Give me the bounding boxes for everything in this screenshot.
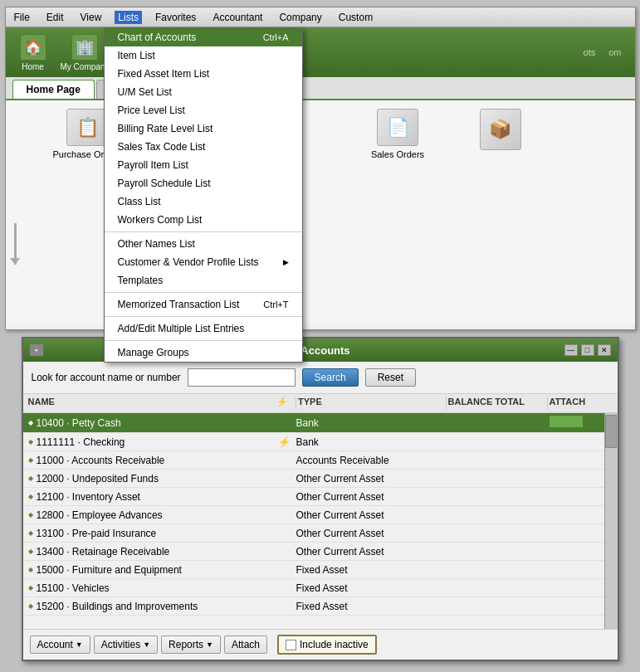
divider-2 xyxy=(105,292,302,293)
diamond-icon: ◆ xyxy=(28,475,33,482)
table-header: NAME ⚡ TYPE BALANCE TOTAL ATTACH xyxy=(23,393,618,413)
diamond-icon: ◆ xyxy=(28,529,33,537)
account-type-cell: Other Current Asset xyxy=(296,473,443,485)
table-row[interactable]: ◆ 15100 · Vehicles Fixed Asset xyxy=(23,579,604,597)
table-container: ◆ 10400 · Petty Cash Bank ◆ 1111111 · Ch… xyxy=(23,413,618,629)
account-type-cell: Other Current Asset xyxy=(296,491,443,503)
menu-edit[interactable]: Edit xyxy=(43,11,67,24)
menu-item-price-level-list[interactable]: Price Level List xyxy=(105,101,302,119)
build-icon: 📦 xyxy=(480,109,521,150)
col-header-lightning: ⚡ xyxy=(271,397,294,410)
diamond-icon: ◆ xyxy=(28,511,33,519)
menu-item-manage-groups[interactable]: Manage Groups xyxy=(105,343,302,362)
account-type-cell: Fixed Asset xyxy=(296,582,443,594)
menu-custom[interactable]: Custom xyxy=(335,11,376,24)
sales-orders-btn[interactable]: 📄 Sales Orders xyxy=(325,109,471,159)
arrow-right xyxy=(14,223,17,265)
diamond-icon: ◆ xyxy=(28,493,33,500)
menu-item-payroll-schedule-list[interactable]: Payroll Schedule List xyxy=(105,174,302,192)
include-inactive-checkbox[interactable] xyxy=(286,640,296,650)
menu-item-workers-comp-list[interactable]: Workers Comp List xyxy=(105,211,302,229)
col-header-name: NAME xyxy=(28,397,271,410)
table-rows: ◆ 10400 · Petty Cash Bank ◆ 1111111 · Ch… xyxy=(23,413,604,629)
maximize-button[interactable]: □ xyxy=(581,344,594,356)
menu-item-chart-of-accounts[interactable]: Chart of Accounts Ctrl+A xyxy=(105,28,302,46)
menu-file[interactable]: File xyxy=(11,11,33,24)
menu-company[interactable]: Company xyxy=(276,11,325,24)
menu-item-um-set-list[interactable]: U/M Set List xyxy=(105,83,302,101)
account-type-cell: Other Current Asset xyxy=(296,509,443,521)
quickbooks-window: File Edit View Lists Favorites Accountan… xyxy=(5,7,636,330)
activities-dropdown-arrow: ▼ xyxy=(143,640,150,649)
table-row[interactable]: ◆ 1111111 · Checking ⚡ Bank xyxy=(23,433,604,451)
account-type-cell: Bank xyxy=(296,436,443,448)
toolbar-home-button[interactable]: 🏠 Home xyxy=(12,34,54,71)
divider-4 xyxy=(105,340,302,341)
home-content: 📋 Purchase Orders 📄 Sales Orders 📦 xyxy=(6,100,635,324)
menu-item-billing-rate-level-list[interactable]: Billing Rate Level List xyxy=(105,119,302,138)
menu-lists[interactable]: Lists xyxy=(115,11,142,24)
table-row[interactable]: ◆ 15200 · Buildings and Improvements Fix… xyxy=(23,597,604,616)
account-dropdown-arrow: ▼ xyxy=(76,640,83,649)
reset-button[interactable]: Reset xyxy=(365,368,416,387)
col-separator-2 xyxy=(446,397,447,410)
diamond-icon: ◆ xyxy=(28,456,33,464)
attach-button[interactable]: Attach xyxy=(224,635,267,654)
col-header-type: TYPE xyxy=(298,397,444,410)
account-name-cell: ◆ 15200 · Buildings and Improvements xyxy=(28,601,273,612)
scrollbar-thumb[interactable] xyxy=(605,415,617,448)
col-scrollbar-space xyxy=(599,397,613,410)
col-header-balance: BALANCE TOTAL xyxy=(448,397,545,410)
menu-item-fixed-asset-item-list[interactable]: Fixed Asset Item List xyxy=(105,65,302,83)
account-type-cell: Fixed Asset xyxy=(296,564,443,576)
menu-item-templates[interactable]: Templates xyxy=(105,271,302,290)
tab-home-page[interactable]: Home Page xyxy=(12,80,95,99)
diamond-icon: ◆ xyxy=(28,548,33,555)
col-header-attach: ATTACH xyxy=(550,397,599,410)
chart-of-accounts-window: ▪ Chart of Accounts — □ ✕ Look for accou… xyxy=(22,337,619,661)
diamond-icon: ◆ xyxy=(28,566,33,573)
account-name-cell: ◆ 13100 · Pre-paid Insurance xyxy=(28,528,273,539)
table-row[interactable]: ◆ 12000 · Undeposited Funds Other Curren… xyxy=(23,470,604,488)
menu-item-other-names-list[interactable]: Other Names List xyxy=(105,235,302,253)
menu-item-sales-tax-code-list[interactable]: Sales Tax Code List xyxy=(105,138,302,156)
reports-button[interactable]: Reports ▼ xyxy=(161,635,221,654)
purchase-orders-icon: 📋 xyxy=(66,109,108,146)
menu-item-class-list[interactable]: Class List xyxy=(105,192,302,211)
scrollbar-track[interactable] xyxy=(604,413,618,629)
menu-accountant[interactable]: Accountant xyxy=(209,11,266,24)
account-attach-cell xyxy=(550,416,599,430)
table-row[interactable]: ◆ 13100 · Pre-paid Insurance Other Curre… xyxy=(23,524,604,543)
diamond-icon: ◆ xyxy=(28,584,33,592)
search-button[interactable]: Search xyxy=(302,368,359,387)
table-row[interactable]: ◆ 11000 · Accounts Receivable Accounts R… xyxy=(23,451,604,470)
account-name-cell: ◆ 12800 · Employee Advances xyxy=(28,509,273,521)
toolbar-om-text: om xyxy=(608,47,628,57)
activities-button[interactable]: Activities ▼ xyxy=(94,635,158,654)
table-row[interactable]: ◆ 10400 · Petty Cash Bank xyxy=(23,413,604,433)
diamond-icon: ◆ xyxy=(28,419,33,426)
account-type-cell: Other Current Asset xyxy=(296,546,443,558)
search-input[interactable] xyxy=(188,368,296,387)
home-icon: 🏠 xyxy=(20,34,46,61)
menu-item-memorized-transaction-list[interactable]: Memorized Transaction List Ctrl+T xyxy=(105,295,302,314)
close-button[interactable]: ✕ xyxy=(598,344,611,356)
table-row[interactable]: ◆ 15000 · Furniture and Equipment Fixed … xyxy=(23,561,604,579)
company-icon: 🏢 xyxy=(71,34,98,61)
window-menu-icon[interactable]: ▪ xyxy=(30,344,43,356)
diamond-icon: ◆ xyxy=(28,438,33,446)
account-name-cell: ◆ 1111111 · Checking xyxy=(28,436,273,448)
table-row[interactable]: ◆ 12800 · Employee Advances Other Curren… xyxy=(23,506,604,524)
table-row[interactable]: ◆ 12100 · Inventory Asset Other Current … xyxy=(23,488,604,506)
minimize-button[interactable]: — xyxy=(564,344,578,356)
menu-view[interactable]: View xyxy=(77,11,105,24)
menu-item-item-list[interactable]: Item List xyxy=(105,46,302,65)
menu-item-add-edit-multiple[interactable]: Add/Edit Multiple List Entries xyxy=(105,319,302,338)
menu-item-customer-vendor-profile[interactable]: Customer & Vendor Profile Lists xyxy=(105,253,302,271)
menu-favorites[interactable]: Favorites xyxy=(152,11,199,24)
account-button[interactable]: Account ▼ xyxy=(30,635,90,654)
toolbar-company-button[interactable]: 🏢 My Company xyxy=(61,34,110,71)
account-name-cell: ◆ 12000 · Undeposited Funds xyxy=(28,473,273,485)
table-row[interactable]: ◆ 13400 · Retainage Receivable Other Cur… xyxy=(23,543,604,561)
menu-item-payroll-item-list[interactable]: Payroll Item List xyxy=(105,156,302,174)
